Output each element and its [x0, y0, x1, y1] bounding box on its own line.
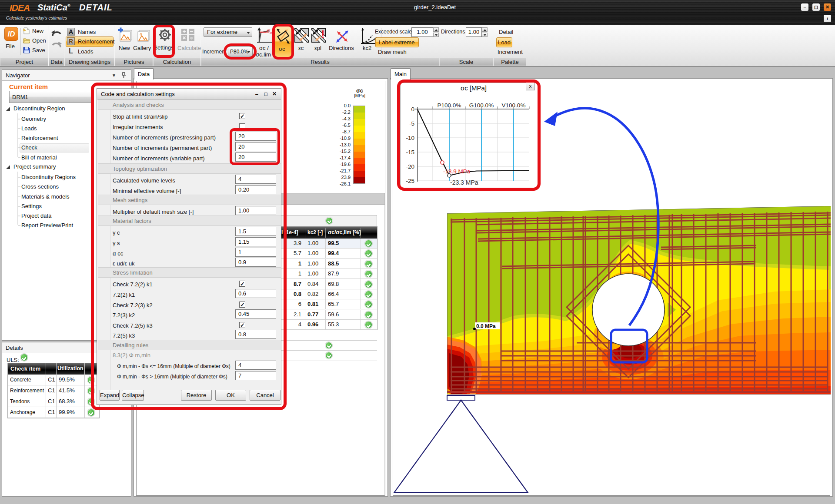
svg-text:0.0 MPa: 0.0 MPa [476, 323, 496, 329]
svg-text:!: ! [321, 28, 325, 41]
